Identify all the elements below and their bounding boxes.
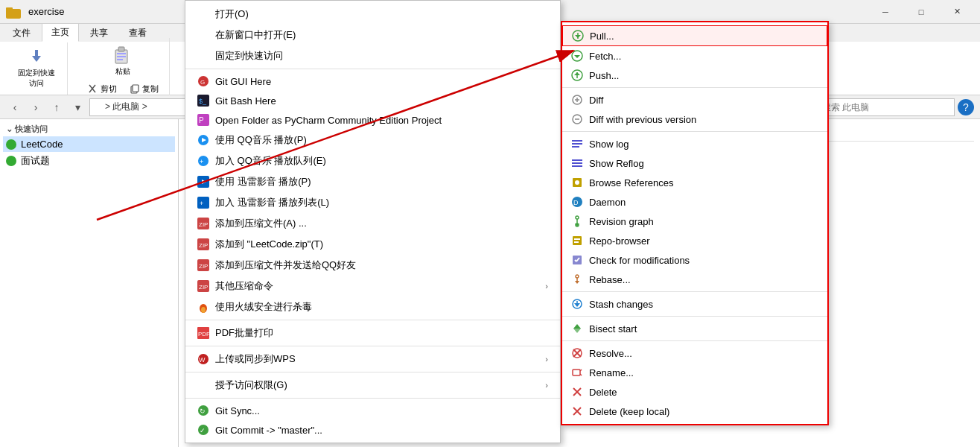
svg-text:ZIP: ZIP xyxy=(199,284,208,291)
tab-file[interactable]: 文件 xyxy=(3,24,40,42)
ctx-add-zip-t[interactable]: ZIP 添加到 "LeetCode.zip"(T) xyxy=(185,234,560,255)
ctx-rebase[interactable]: Rebase... xyxy=(562,270,827,289)
git-sync-icon: ↻ xyxy=(197,405,209,416)
ctx-sep-r-2 xyxy=(562,131,827,132)
ctx-pin-quick[interactable]: 固定到快速访问 xyxy=(185,45,560,66)
ctx-qq-play[interactable]: 使用 QQ音乐 播放(P) xyxy=(185,130,560,150)
paste-button[interactable]: 粘贴 xyxy=(106,41,139,80)
svg-marker-3 xyxy=(32,56,41,62)
delete-keep-local-icon xyxy=(571,405,583,417)
ctx-revision-graph[interactable]: Revision graph xyxy=(562,212,827,231)
ctx-diff-prev[interactable]: Diff with previous version xyxy=(562,110,827,129)
grant-access-icon xyxy=(197,379,209,391)
bisect-start-icon xyxy=(571,323,583,335)
svg-text:ZIP: ZIP xyxy=(199,242,208,249)
svg-text:↻: ↻ xyxy=(200,408,206,415)
ctx-add-zip-qq[interactable]: ZIP 添加到压缩文件并发送给QQ好友 xyxy=(185,255,560,276)
ctx-git-sync[interactable]: ↻ Git Sync... xyxy=(185,401,560,420)
ctx-sep-r-1 xyxy=(562,87,827,88)
ctx-daemon[interactable]: D Daemon xyxy=(562,192,827,212)
maximize-button[interactable]: □ xyxy=(904,0,938,24)
context-menu-left: 打开(O) 在新窗口中打开(E) 固定到快速访问 G Git GUI Here … xyxy=(185,0,561,443)
wps-upload-icon: W xyxy=(197,353,209,365)
svg-rect-79 xyxy=(573,236,582,245)
ctx-pdf-print[interactable]: PDF PDF批量打印 xyxy=(185,323,560,343)
recent-button[interactable]: ▾ xyxy=(69,98,86,116)
qq-queue-icon: + xyxy=(197,155,209,167)
ctx-pycharm[interactable]: P Open Folder as PyCharm Community Editi… xyxy=(185,110,560,130)
ctx-browse-references[interactable]: Browse References xyxy=(562,173,827,192)
svg-marker-91 xyxy=(573,324,581,329)
sidebar-item-leetcode[interactable]: LeetCode xyxy=(3,136,175,152)
ctx-fetch[interactable]: Fetch... xyxy=(562,46,827,66)
context-menu-right: Pull... Fetch... Push... Diff xyxy=(561,21,829,425)
up-button[interactable]: ↑ xyxy=(48,98,66,116)
pycharm-icon: P xyxy=(197,114,209,126)
interview-icon xyxy=(6,156,16,166)
revision-graph-icon xyxy=(571,215,583,227)
pin-to-quickaccess-button[interactable]: 固定到快速访问 xyxy=(12,45,61,92)
ctx-git-bash[interactable]: $_ Git Bash Here xyxy=(185,91,560,110)
svg-rect-8 xyxy=(117,59,123,60)
svg-marker-56 xyxy=(574,55,580,58)
ctx-show-log[interactable]: Show log xyxy=(562,134,827,153)
close-button[interactable]: ✕ xyxy=(940,0,974,24)
svg-rect-12 xyxy=(133,85,139,92)
ctx-diff[interactable]: Diff xyxy=(562,90,827,110)
cut-button[interactable]: 剪切 xyxy=(83,82,121,96)
ctx-delete-keep-local[interactable]: Delete (keep local) xyxy=(562,402,827,421)
svg-text:+: + xyxy=(200,200,203,207)
ctx-git-commit[interactable]: ✓ Git Commit -> "master"... xyxy=(185,420,560,440)
search-input[interactable] xyxy=(822,102,949,112)
delete-icon xyxy=(571,386,583,398)
ctx-pull[interactable]: Pull... xyxy=(562,25,827,46)
window-title: exercise xyxy=(28,6,64,17)
cut-icon xyxy=(87,83,98,94)
ctx-bisect-start[interactable]: Bisect start xyxy=(562,319,827,338)
svg-text:+: + xyxy=(200,158,203,165)
ctx-repo-browser[interactable]: Repo-browser xyxy=(562,231,827,250)
minimize-button[interactable]: ─ xyxy=(868,0,903,24)
ctx-thunder-list[interactable]: + 加入 迅雷影音 播放列表(L) xyxy=(185,192,560,213)
ctx-check-modifications[interactable]: Check for modifications xyxy=(562,250,827,270)
ctx-wps-upload[interactable]: W 上传或同步到WPS › xyxy=(185,349,560,370)
svg-rect-69 xyxy=(572,162,582,164)
svg-rect-66 xyxy=(572,143,582,145)
ctx-stash[interactable]: Stash changes xyxy=(562,294,827,314)
ctx-fire[interactable]: 使用火绒安全进行杀毒 xyxy=(185,297,560,317)
ctx-qq-queue[interactable]: + 加入 QQ音乐 播放队列(E) xyxy=(185,150,560,171)
git-bash-icon: $_ xyxy=(197,95,209,107)
check-modifications-icon xyxy=(571,254,583,266)
svg-rect-68 xyxy=(572,159,582,161)
ctx-git-gui[interactable]: G Git GUI Here xyxy=(185,72,560,91)
pin-icon xyxy=(28,48,45,66)
ctx-resolve[interactable]: Resolve... xyxy=(562,343,827,363)
ctx-other-zip[interactable]: ZIP 其他压缩命令 › xyxy=(185,276,560,297)
tab-home[interactable]: 主页 xyxy=(42,23,79,42)
ctx-grant-access[interactable]: 授予访问权限(G) › xyxy=(185,375,560,396)
forward-button[interactable]: › xyxy=(27,98,45,116)
svg-text:ZIP: ZIP xyxy=(199,263,208,270)
add-zip-icon: ZIP xyxy=(197,218,209,229)
ctx-rename[interactable]: Rename... xyxy=(562,363,827,382)
sidebar-item-interview[interactable]: 面试题 xyxy=(3,152,175,170)
ctx-add-zip[interactable]: ZIP 添加到压缩文件(A) ... xyxy=(185,213,560,234)
ctx-sep-r-5 xyxy=(562,340,827,341)
help-button[interactable]: ? xyxy=(958,99,974,115)
pin-quick-icon xyxy=(197,50,209,62)
ctx-delete[interactable]: Delete xyxy=(562,382,827,402)
svg-text:ZIP: ZIP xyxy=(199,221,208,228)
git-commit-icon: ✓ xyxy=(197,424,209,436)
svg-point-72 xyxy=(575,180,579,185)
svg-marker-87 xyxy=(575,281,579,284)
open-icon xyxy=(197,8,209,20)
ctx-open[interactable]: 打开(O) xyxy=(185,4,560,25)
quick-access-label: ⌄ 快速访问 xyxy=(3,122,175,136)
copy-button[interactable]: 复制 xyxy=(124,82,163,96)
back-button[interactable]: ‹ xyxy=(6,98,24,116)
ctx-open-new-window[interactable]: 在新窗口中打开(E) xyxy=(185,25,560,45)
ctx-thunder-play[interactable]: 使用 迅雷影音 播放(P) xyxy=(185,171,560,192)
ctx-sep-5 xyxy=(185,398,560,399)
ctx-push[interactable]: Push... xyxy=(562,66,827,85)
ctx-show-reflog[interactable]: Show Reflog xyxy=(562,153,827,173)
